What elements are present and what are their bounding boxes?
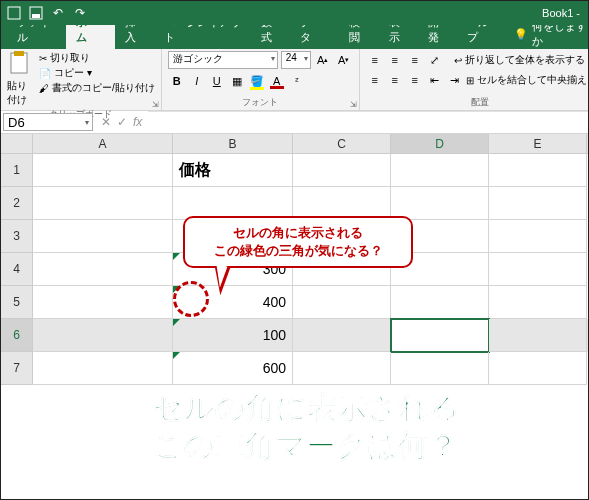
chevron-down-icon: ▾ <box>85 118 89 127</box>
cell-e3[interactable] <box>489 220 587 253</box>
paste-button[interactable]: 貼り付け <box>7 51 35 107</box>
cell-d2[interactable] <box>391 187 489 220</box>
align-center-button[interactable]: ≡ <box>386 71 404 89</box>
annotation-callout: セルの角に表示される この緑色の三角が気になる？ <box>183 216 413 268</box>
cell-d5[interactable] <box>391 286 489 319</box>
font-size-combo[interactable]: 24▾ <box>281 51 311 69</box>
cell-a6[interactable] <box>33 319 173 352</box>
underline-button[interactable]: U <box>208 72 226 90</box>
merge-center-button[interactable]: ⊞セルを結合して中央揃え ▾ <box>466 73 589 87</box>
cell-e5[interactable] <box>489 286 587 319</box>
copy-button[interactable]: 📄コピー ▾ <box>39 66 155 80</box>
formula-bar: D6▾ ✕ ✓ fx <box>1 111 588 134</box>
ribbon-group-clipboard: 貼り付け ✂切り取り 📄コピー ▾ 🖌書式のコピー/貼り付け クリップボード ⇲ <box>1 49 162 110</box>
border-button[interactable]: ▦ <box>228 72 246 90</box>
error-indicator-icon <box>173 319 180 326</box>
row-header-4[interactable]: 4 <box>1 253 33 286</box>
cut-button[interactable]: ✂切り取り <box>39 51 155 65</box>
align-right-button[interactable]: ≡ <box>406 71 424 89</box>
annotation-headline: セルの角に表示される この三角マークは何？ <box>153 389 460 464</box>
title-bar: ↶ ↷ Book1 - <box>1 1 588 25</box>
undo-icon[interactable]: ↶ <box>51 6 65 20</box>
merge-icon: ⊞ <box>466 75 474 86</box>
bold-button[interactable]: B <box>168 72 186 90</box>
row-header-3[interactable]: 3 <box>1 220 33 253</box>
select-all-corner[interactable] <box>1 134 33 153</box>
cell-d6[interactable] <box>391 319 489 352</box>
col-header-c[interactable]: C <box>293 134 391 153</box>
phonetic-button[interactable]: ᶻ <box>288 72 306 90</box>
row-header-7[interactable]: 7 <box>1 352 33 385</box>
lightbulb-icon: 💡 <box>514 28 528 41</box>
autosave-icon[interactable] <box>7 6 21 20</box>
cell-b7[interactable]: 600 <box>173 352 293 385</box>
align-top-button[interactable]: ≡ <box>366 51 384 69</box>
workbook-title: Book1 - <box>542 7 580 19</box>
cell-b1[interactable]: 価格 <box>173 154 293 187</box>
font-dialog-launcher[interactable]: ⇲ <box>350 100 357 109</box>
cell-c5[interactable] <box>293 286 391 319</box>
cell-e7[interactable] <box>489 352 587 385</box>
col-header-b[interactable]: B <box>173 134 293 153</box>
align-left-button[interactable]: ≡ <box>366 71 384 89</box>
chevron-down-icon: ▾ <box>304 54 308 63</box>
cell-a5[interactable] <box>33 286 173 319</box>
increase-font-button[interactable]: A▴ <box>314 51 332 69</box>
font-name-combo[interactable]: 游ゴシック▾ <box>168 51 278 69</box>
cell-a1[interactable] <box>33 154 173 187</box>
align-middle-button[interactable]: ≡ <box>386 51 404 69</box>
save-icon[interactable] <box>29 6 43 20</box>
cell-c7[interactable] <box>293 352 391 385</box>
row-header-5[interactable]: 5 <box>1 286 33 319</box>
svg-rect-0 <box>8 7 20 19</box>
cell-a4[interactable] <box>33 253 173 286</box>
clipboard-dialog-launcher[interactable]: ⇲ <box>152 100 159 109</box>
cell-a7[interactable] <box>33 352 173 385</box>
redo-icon[interactable]: ↷ <box>73 6 87 20</box>
col-header-d[interactable]: D <box>391 134 489 153</box>
cell-e1[interactable] <box>489 154 587 187</box>
wrap-text-button[interactable]: ↩折り返して全体を表示する <box>454 53 585 67</box>
align-bottom-button[interactable]: ≡ <box>406 51 424 69</box>
error-indicator-icon <box>173 352 180 359</box>
cell-e4[interactable] <box>489 253 587 286</box>
cell-e6[interactable] <box>489 319 587 352</box>
fill-color-button[interactable]: 🪣 <box>248 72 266 90</box>
ribbon-group-font: 游ゴシック▾ 24▾ A▴ A▾ B I U ▦ 🪣 A ᶻ フォント ⇲ <box>162 49 360 110</box>
cell-a2[interactable] <box>33 187 173 220</box>
decrease-font-button[interactable]: A▾ <box>335 51 353 69</box>
formula-input[interactable] <box>148 111 588 133</box>
cell-a3[interactable] <box>33 220 173 253</box>
cell-b6[interactable]: 100 <box>173 319 293 352</box>
cell-d1[interactable] <box>391 154 489 187</box>
ribbon: 貼り付け ✂切り取り 📄コピー ▾ 🖌書式のコピー/貼り付け クリップボード ⇲… <box>1 49 588 111</box>
col-header-e[interactable]: E <box>489 134 587 153</box>
ribbon-group-alignment: ≡ ≡ ≡ ⤢ ↩折り返して全体を表示する ≡ ≡ ≡ ⇤ ⇥ ⊞セルを結合して… <box>360 49 589 110</box>
cell-c1[interactable] <box>293 154 391 187</box>
italic-button[interactable]: I <box>188 72 206 90</box>
orientation-button[interactable]: ⤢ <box>426 51 444 69</box>
increase-indent-button[interactable]: ⇥ <box>446 71 464 89</box>
font-color-button[interactable]: A <box>268 72 286 90</box>
row-header-1[interactable]: 1 <box>1 154 33 187</box>
row-header-2[interactable]: 2 <box>1 187 33 220</box>
name-box[interactable]: D6▾ <box>3 113 93 131</box>
copy-icon: 📄 <box>39 68 51 79</box>
cell-e2[interactable] <box>489 187 587 220</box>
svg-rect-4 <box>14 51 24 56</box>
decrease-indent-button[interactable]: ⇤ <box>426 71 444 89</box>
chevron-down-icon: ▾ <box>271 54 275 63</box>
svg-rect-2 <box>32 14 40 18</box>
scissors-icon: ✂ <box>39 53 47 64</box>
cell-d7[interactable] <box>391 352 489 385</box>
cell-c6[interactable] <box>293 319 391 352</box>
col-header-a[interactable]: A <box>33 134 173 153</box>
error-indicator-icon <box>173 253 180 260</box>
row-header-6[interactable]: 6 <box>1 319 33 352</box>
wrap-icon: ↩ <box>454 55 462 66</box>
ribbon-tabs: ファイル ホーム 挿入 ページレイアウト 数式 データ 校閲 表示 開発 ヘルプ… <box>1 25 588 49</box>
format-painter-button[interactable]: 🖌書式のコピー/貼り付け <box>39 81 155 95</box>
brush-icon: 🖌 <box>39 83 49 94</box>
